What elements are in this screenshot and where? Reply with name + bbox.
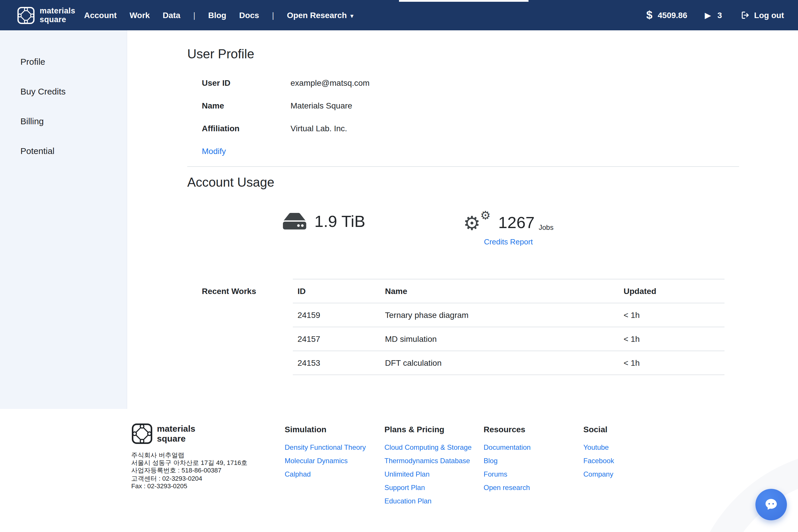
recent-works-label: Recent Works [202, 279, 293, 375]
work-id: 24157 [293, 327, 380, 351]
usage-summary: 1.9 TiB ⚙ ⚙ 1267 Jobs Credits Report [187, 211, 739, 246]
work-id: 24153 [293, 351, 380, 375]
sidebar-item-potential[interactable]: Potential [0, 136, 127, 166]
field-label: Affiliation [202, 124, 290, 133]
footer-link[interactable]: Youtube [583, 441, 614, 454]
footer-link[interactable]: Density Functional Theory [285, 441, 366, 454]
recent-works-table: ID Name Updated 24159 Ternary phase diag… [293, 279, 724, 375]
company-info-line: 고객센터 : 02-3293-0204 [131, 475, 248, 482]
affiliation-value: Virtual Lab. Inc. [290, 124, 347, 133]
footer-link[interactable]: Calphad [285, 468, 366, 481]
jobs-count: 1267 [498, 213, 535, 232]
work-name: Ternary phase diagram [380, 303, 619, 327]
table-row[interactable]: 24153 DFT calculation < 1h [293, 351, 724, 375]
footer-link[interactable]: Education Plan [384, 495, 472, 508]
materials-square-logo-icon [131, 423, 153, 444]
footer-link[interactable]: Open research [483, 481, 531, 495]
work-updated: < 1h [619, 303, 724, 327]
table-row[interactable]: 24159 Ternary phase diagram < 1h [293, 303, 724, 327]
account-sidebar: Profile Buy Credits Billing Potential [0, 30, 127, 409]
work-name: MD simulation [380, 327, 619, 351]
profile-fields: User ID example@matsq.com Name Materials… [187, 71, 739, 162]
credit-balance-value: 4509.86 [658, 11, 687, 20]
section-divider [187, 166, 739, 167]
jobs-unit-label: Jobs [539, 223, 554, 234]
nav-separator: | [187, 11, 202, 20]
work-updated: < 1h [619, 351, 724, 375]
sidebar-item-billing[interactable]: Billing [0, 106, 127, 136]
footer-link[interactable]: Unlimited Plan [384, 468, 472, 481]
company-info: 주식회사 버추얼랩 서울시 성동구 아차산로 17길 49, 1716호 사업자… [131, 452, 248, 490]
credits-report-link[interactable]: Credits Report [484, 238, 533, 246]
nav-item-account[interactable]: Account [78, 11, 123, 20]
footer-link[interactable]: Facebook [583, 454, 614, 468]
gears-icon: ⚙ ⚙ [463, 211, 491, 234]
footer-link[interactable]: Forums [483, 468, 531, 481]
logout-label: Log out [754, 11, 784, 20]
footer-column-title: Simulation [285, 425, 366, 434]
modify-link[interactable]: Modify [202, 146, 226, 155]
background-arc [688, 450, 798, 532]
navbar-right: $ 4509.86 ▶ 3 Log out [646, 9, 784, 22]
work-name: DFT calculation [380, 351, 619, 375]
nav-item-work[interactable]: Work [123, 11, 156, 20]
user-id-value: example@matsq.com [290, 78, 369, 87]
footer-column-plans-pricing: Plans & Pricing Cloud Computing & Storag… [384, 425, 472, 508]
footer-link[interactable]: Thermodynamics Database [384, 454, 472, 468]
running-jobs-indicator[interactable]: ▶ 3 [705, 11, 722, 20]
brand-logo[interactable]: materials square [17, 6, 75, 24]
running-jobs-count: 3 [718, 11, 722, 20]
brand-name: materials square [40, 6, 75, 24]
modify-row: Modify [202, 139, 739, 162]
page: materials square Account Work Data | Blo… [0, 0, 798, 532]
nav-item-docs[interactable]: Docs [233, 11, 265, 20]
top-navbar: materials square Account Work Data | Blo… [0, 0, 798, 30]
credit-balance[interactable]: $ 4509.86 [646, 9, 687, 22]
footer-link[interactable]: Support Plan [384, 481, 472, 495]
column-header-name: Name [380, 279, 619, 303]
hard-drive-icon [283, 211, 306, 232]
work-updated: < 1h [619, 327, 724, 351]
footer-link[interactable]: Documentation [483, 441, 531, 454]
top-strip [399, 0, 529, 2]
open-research-label: Open Research [287, 11, 347, 20]
field-label: Name [202, 101, 290, 110]
logout-icon [741, 11, 750, 20]
storage-usage: 1.9 TiB [283, 211, 365, 232]
sidebar-item-profile[interactable]: Profile [0, 47, 127, 76]
company-info-line: Fax : 02-3293-0205 [131, 482, 248, 490]
chevron-down-icon: ▾ [350, 12, 354, 20]
nav-item-data[interactable]: Data [156, 11, 187, 20]
footer-link[interactable]: Blog [483, 454, 531, 468]
storage-value: 1.9 TiB [315, 212, 365, 231]
nav-item-open-research[interactable]: Open Research▾ [281, 11, 360, 20]
work-id: 24159 [293, 303, 380, 327]
recent-works-section: Recent Works ID Name Updated 24159 Terna… [202, 279, 739, 375]
logout-button[interactable]: Log out [741, 11, 784, 20]
name-value: Materials Square [290, 101, 352, 110]
footer-brand-name: materials square [157, 424, 195, 443]
footer-link[interactable]: Company [583, 468, 614, 481]
nav-separator: | [265, 11, 280, 20]
field-row-user-id: User ID example@matsq.com [202, 71, 739, 94]
footer-column-simulation: Simulation Density Functional Theory Mol… [285, 425, 366, 481]
table-header-row: ID Name Updated [293, 279, 724, 303]
footer-link[interactable]: Molecular Dynamics [285, 454, 366, 468]
footer-logo: materials square [131, 423, 195, 444]
chat-bubble-icon [763, 496, 779, 513]
account-usage-title: Account Usage [187, 175, 739, 190]
field-row-name: Name Materials Square [202, 94, 739, 117]
sidebar-item-buy-credits[interactable]: Buy Credits [0, 76, 127, 106]
nav-item-blog[interactable]: Blog [202, 11, 233, 20]
jobs-usage: ⚙ ⚙ 1267 Jobs Credits Report [463, 211, 553, 246]
company-info-line: 사업자등록번호 : 518-86-00387 [131, 467, 248, 475]
field-label: User ID [202, 78, 290, 87]
footer-column-social: Social Youtube Facebook Company [583, 425, 614, 481]
company-info-line: 주식회사 버추얼랩 [131, 452, 248, 459]
footer-link[interactable]: Cloud Computing & Storage [384, 441, 472, 454]
gear-small-icon: ⚙ [480, 209, 491, 221]
gear-large-icon: ⚙ [463, 213, 480, 233]
chat-support-button[interactable] [755, 489, 787, 520]
table-row[interactable]: 24157 MD simulation < 1h [293, 327, 724, 351]
main-content: User Profile User ID example@matsq.com N… [127, 30, 798, 375]
